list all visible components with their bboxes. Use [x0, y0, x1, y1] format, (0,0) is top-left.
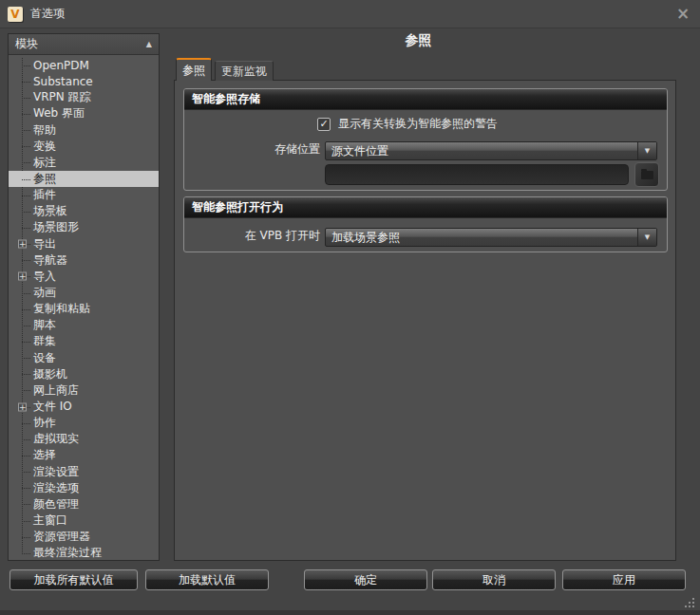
- tree-branch-line: [22, 472, 30, 473]
- sidebar-item-label: 虚拟现实: [33, 431, 79, 447]
- sidebar-item[interactable]: 设备: [9, 350, 159, 366]
- sidebar-item[interactable]: 参照: [9, 171, 159, 187]
- tree-branch-line: [22, 162, 30, 163]
- storage-location-value: 源文件位置: [326, 143, 637, 159]
- sidebar-item[interactable]: 脚本: [9, 317, 159, 333]
- load-defaults-button[interactable]: 加载默认值: [145, 569, 269, 590]
- warning-checkbox[interactable]: ✓: [317, 118, 331, 131]
- sidebar-item-label: 导入: [33, 269, 56, 285]
- sidebar-item[interactable]: 帮助: [9, 122, 159, 139]
- sidebar-item[interactable]: 资源管理器: [9, 529, 159, 545]
- sidebar-item[interactable]: 虚拟现实: [9, 431, 159, 447]
- sidebar-item-label: 最终渲染过程: [33, 545, 102, 560]
- tree-branch-line: [22, 260, 30, 261]
- close-icon[interactable]: ×: [673, 4, 692, 23]
- sidebar-item[interactable]: 插件: [9, 187, 159, 203]
- sidebar-item[interactable]: +导入: [9, 269, 159, 285]
- sidebar-item-label: 动画: [33, 285, 56, 301]
- sidebar-item[interactable]: Web 界面: [9, 105, 159, 121]
- preferences-dialog: V 首选项 × 模块 ▲ OpenPDMSubstanceVRPN 跟踪Web …: [0, 0, 700, 615]
- apply-button[interactable]: 应用: [562, 569, 686, 590]
- sidebar-item[interactable]: 标注: [9, 155, 159, 171]
- resize-grip[interactable]: [683, 596, 695, 608]
- sidebar-item[interactable]: 导航器: [9, 252, 159, 269]
- sidebar-item[interactable]: +导出: [9, 236, 159, 252]
- tab-bar: 参照 更新监视: [176, 58, 276, 81]
- tree-branch-line: [22, 390, 30, 391]
- sidebar-item-label: 参照: [33, 171, 56, 187]
- open-behavior-select[interactable]: 加载场景参照 ▼: [325, 228, 657, 247]
- tree-branch-line: [22, 212, 30, 213]
- dropdown-arrow-icon: ▼: [637, 229, 656, 246]
- expand-plus-icon[interactable]: +: [18, 272, 27, 281]
- expand-plus-icon[interactable]: +: [18, 240, 27, 249]
- sidebar-item[interactable]: 摄影机: [9, 366, 159, 382]
- sidebar-item-label: 导出: [33, 236, 56, 252]
- sidebar-item[interactable]: Substance: [9, 73, 159, 89]
- sidebar-item-label: 渲染设置: [33, 464, 79, 480]
- expand-plus-icon[interactable]: +: [18, 402, 27, 411]
- sidebar-item[interactable]: 选择: [9, 447, 159, 463]
- sidebar-item-label: 场景板: [33, 203, 67, 219]
- sidebar-item[interactable]: 颜色管理: [9, 496, 159, 512]
- load-all-defaults-button[interactable]: 加载所有默认值: [9, 569, 138, 590]
- ok-button[interactable]: 确定: [304, 569, 427, 590]
- sidebar-item[interactable]: 场景板: [9, 203, 159, 219]
- tree-branch-line: [22, 309, 30, 310]
- storage-location-select[interactable]: 源文件位置 ▼: [325, 141, 657, 160]
- sidebar-item[interactable]: 变换: [9, 139, 159, 155]
- sidebar-header[interactable]: 模块 ▲: [9, 34, 159, 55]
- sidebar-item[interactable]: OpenPDM: [9, 57, 159, 73]
- sidebar-item-label: 摄影机: [33, 366, 67, 382]
- sidebar-item-label: 网上商店: [33, 382, 79, 399]
- sidebar-item-label: Substance: [33, 75, 93, 88]
- browse-button[interactable]: [634, 162, 659, 187]
- sidebar-item[interactable]: +文件 IO: [9, 399, 159, 415]
- sidebar-item-label: 脚本: [33, 317, 56, 333]
- sidebar-item-label: Web 界面: [33, 105, 85, 121]
- sidebar-item[interactable]: 主窗口: [9, 512, 159, 529]
- tree-branch-line: [22, 374, 30, 375]
- sidebar-item-label: 资源管理器: [33, 529, 90, 545]
- sidebar-item[interactable]: 最终渲染过程: [9, 545, 159, 560]
- sidebar-item[interactable]: 动画: [9, 285, 159, 301]
- sidebar-item[interactable]: 网上商店: [9, 382, 159, 399]
- tree-branch-line: [22, 504, 30, 505]
- tree-branch-line: [22, 196, 30, 196]
- warning-checkbox-label: 显示有关转换为智能参照的警告: [338, 116, 498, 132]
- tree-branch-line: [22, 342, 30, 343]
- tab-label: 更新监视: [221, 64, 267, 80]
- sidebar-item-label: 帮助: [33, 122, 56, 139]
- sidebar-item-label: 颜色管理: [33, 496, 79, 512]
- dropdown-arrow-icon: ▼: [637, 142, 656, 159]
- sidebar-item[interactable]: 复制和粘贴: [9, 301, 159, 317]
- tab-panel: 智能参照存储 ✓ 显示有关转换为智能参照的警告 存储位置 源文件位置 ▼ 智能参…: [174, 80, 676, 561]
- title-bar: V 首选项 ×: [0, 0, 700, 28]
- sidebar-item[interactable]: 场景图形: [9, 219, 159, 235]
- tab-reference[interactable]: 参照: [176, 58, 212, 81]
- reference-path-input[interactable]: [325, 164, 629, 185]
- tree-branch-line: [22, 228, 30, 229]
- tree-branch-line: [22, 65, 30, 66]
- sidebar-item[interactable]: 协作: [9, 415, 159, 431]
- storage-location-label-wrap: 存储位置: [183, 141, 320, 158]
- tree-branch-line: [22, 146, 30, 147]
- folder-icon: [641, 171, 653, 179]
- sidebar-item-label: 标注: [33, 155, 56, 171]
- sidebar-item[interactable]: VRPN 跟踪: [9, 89, 159, 105]
- sidebar-item[interactable]: 渲染设置: [9, 464, 159, 480]
- tree-branch-line: [22, 358, 30, 359]
- cancel-button[interactable]: 取消: [432, 569, 556, 590]
- tab-update-monitor[interactable]: 更新监视: [215, 61, 274, 81]
- sidebar-item-label: 插件: [33, 187, 56, 203]
- tree-branch-line: [22, 82, 30, 83]
- tree-branch-line: [22, 488, 30, 489]
- sidebar-item[interactable]: 群集: [9, 333, 159, 349]
- group-header: 智能参照打开行为: [184, 197, 667, 218]
- tree-branch-line: [22, 439, 30, 440]
- window-bottom-edge: [0, 610, 700, 615]
- collapse-up-icon[interactable]: ▲: [146, 40, 152, 48]
- sidebar-item[interactable]: 渲染选项: [9, 480, 159, 496]
- warning-checkbox-row: ✓ 显示有关转换为智能参照的警告: [317, 116, 498, 132]
- group-header: 智能参照存储: [184, 89, 667, 110]
